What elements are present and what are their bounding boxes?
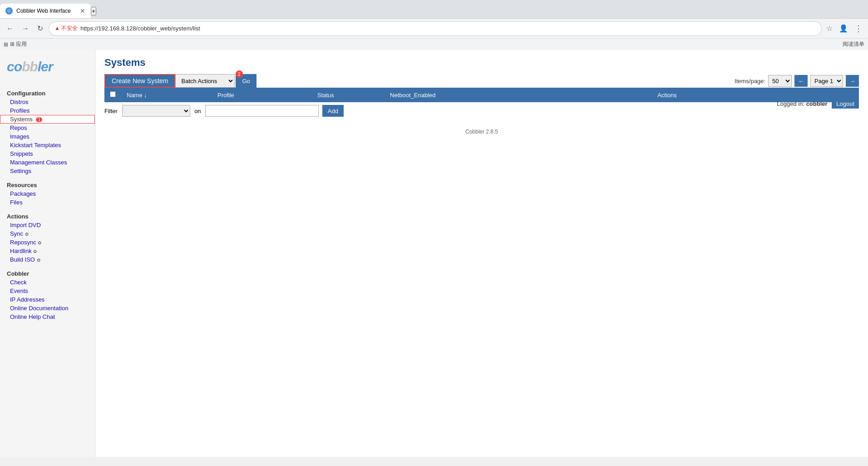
- sidebar-item-import-dvd[interactable]: Import DVD: [0, 221, 95, 229]
- sidebar-item-hardlink[interactable]: Hardlink ✿: [0, 247, 95, 255]
- filter-add-button[interactable]: Add: [322, 105, 344, 117]
- systems-badge: 1: [36, 117, 42, 122]
- apps-icon: ⊞: [4, 41, 8, 48]
- sidebar-item-repos[interactable]: Repos: [0, 124, 95, 132]
- reader-mode-btn[interactable]: 阅读清单: [843, 40, 864, 48]
- profile-column-header: Profile: [212, 88, 312, 102]
- filter-on-label: on: [192, 108, 203, 114]
- url-display: https://192.168.8.128/cobbler_web/system…: [80, 25, 816, 32]
- items-per-page-label: Items/page:: [735, 78, 765, 84]
- page-content: cobbler Configuration Distros Profiles S…: [0, 50, 868, 457]
- items-per-page-control: Items/page: 10 25 50 100 ← Page 1 →: [735, 75, 859, 87]
- logged-in-username: cobbler: [806, 100, 828, 107]
- filter-value-input[interactable]: [205, 105, 319, 117]
- top-action-bar: Create New System 2 Batch Actions Delete…: [104, 74, 859, 88]
- hardlink-spin-icon: ✿: [33, 249, 37, 254]
- check-all-col: [104, 88, 121, 102]
- version-text: Cobbler 2.8.5: [465, 129, 498, 135]
- sidebar-item-check[interactable]: Check: [0, 278, 95, 287]
- reposync-spin-icon: ✿: [38, 240, 41, 245]
- filter-cell: Filter Name Profile Status Netboot_Enabl…: [104, 102, 859, 119]
- tab-title: Cobbler Web Interface: [16, 8, 76, 14]
- sidebar-item-images[interactable]: Images: [0, 132, 95, 141]
- sidebar-item-online-documentation[interactable]: Online Documentation: [0, 304, 95, 312]
- sync-spin-icon: ✿: [25, 232, 29, 237]
- sidebar: cobbler Configuration Distros Profiles S…: [0, 50, 95, 457]
- netboot-column-header: Netboot_Enabled: [385, 88, 475, 102]
- logged-in-label: Logged in:: [777, 100, 804, 107]
- name-column-header[interactable]: Name ↓: [121, 88, 212, 102]
- sidebar-item-profiles[interactable]: Profiles: [0, 106, 95, 115]
- filter-row: Filter Name Profile Status Netboot_Enabl…: [104, 102, 859, 119]
- reader-label: 阅读清单: [843, 41, 864, 47]
- sidebar-item-snippets[interactable]: Snippets: [0, 149, 95, 158]
- main-content: Systems Create New System 2 Batch Action…: [95, 50, 868, 457]
- menu-icon[interactable]: ⋮: [853, 24, 864, 34]
- sidebar-logo: cobbler: [0, 55, 95, 84]
- filter-field-select[interactable]: Name Profile Status Netboot_Enabled: [122, 105, 190, 117]
- sidebar-item-packages[interactable]: Packages: [0, 189, 95, 198]
- apps-label: ⊞ 应用: [10, 40, 27, 48]
- check-all-checkbox[interactable]: [110, 91, 116, 97]
- star-icon[interactable]: ☆: [824, 24, 834, 33]
- sidebar-item-distros[interactable]: Distros: [0, 98, 95, 106]
- systems-table: Name ↓ Profile Status Netboot_Enabled Ac…: [104, 88, 859, 119]
- page-select[interactable]: Page 1: [810, 75, 843, 87]
- batch-actions-select[interactable]: Batch Actions Delete Enable Netboot Disa…: [175, 74, 235, 88]
- active-tab[interactable]: C Cobbler Web Interface ✕: [0, 4, 91, 18]
- sidebar-item-sync[interactable]: Sync ✿: [0, 229, 95, 238]
- sidebar-item-build-iso[interactable]: Build ISO ✿: [0, 255, 95, 264]
- filter-label: Filter: [104, 108, 120, 114]
- sidebar-item-settings[interactable]: Settings: [0, 167, 95, 175]
- forward-btn[interactable]: →: [19, 23, 32, 35]
- items-per-page-select[interactable]: 10 25 50 100: [768, 75, 792, 87]
- create-new-system-button[interactable]: Create New System: [104, 74, 175, 88]
- prev-page-button[interactable]: ←: [794, 75, 808, 87]
- table-header-row: Name ↓ Profile Status Netboot_Enabled Ac…: [104, 88, 859, 102]
- sidebar-item-reposync[interactable]: Reposync ✿: [0, 238, 95, 247]
- batch-badge: 2: [236, 70, 243, 78]
- address-bar[interactable]: ▲ 不安全 https://192.168.8.128/cobbler_web/…: [49, 21, 822, 36]
- cobbler-section-title: Cobbler: [0, 268, 95, 278]
- batch-actions-wrap: 2 Batch Actions Delete Enable Netboot Di…: [175, 74, 256, 88]
- actions-section-title: Actions: [0, 210, 95, 221]
- resources-section-title: Resources: [0, 179, 95, 189]
- sidebar-item-management-classes[interactable]: Management Classes: [0, 158, 95, 167]
- sidebar-item-files[interactable]: Files: [0, 198, 95, 207]
- page-title: Systems: [104, 57, 859, 69]
- version-footer: Cobbler 2.8.5: [104, 119, 859, 139]
- browser-chrome: C Cobbler Web Interface ✕ + ← → ↻ ▲ 不安全 …: [0, 0, 868, 50]
- reload-btn[interactable]: ↻: [35, 22, 46, 35]
- sidebar-item-systems[interactable]: Systems 1: [0, 115, 95, 124]
- configuration-section-title: Configuration: [0, 87, 95, 98]
- tab-close-btn[interactable]: ✕: [80, 7, 85, 15]
- build-iso-spin-icon: ✿: [37, 258, 40, 263]
- logout-button[interactable]: Logout: [832, 99, 859, 109]
- sidebar-item-events[interactable]: Events: [0, 287, 95, 295]
- security-warning: ▲ 不安全: [54, 25, 78, 32]
- profile-icon[interactable]: 👤: [837, 24, 850, 33]
- browser-toolbar: ⊞ ⊞ 应用 阅读清单: [0, 38, 868, 50]
- browser-nav: ← → ↻ ▲ 不安全 https://192.168.8.128/cobble…: [0, 18, 868, 38]
- status-column-header: Status: [312, 88, 385, 102]
- logo: cobbler: [7, 59, 88, 74]
- tab-favicon: C: [5, 7, 13, 15]
- sidebar-item-ip-addresses[interactable]: IP Addresses: [0, 295, 95, 304]
- next-page-button[interactable]: →: [846, 75, 859, 87]
- tab-bar: C Cobbler Web Interface ✕ +: [0, 0, 868, 18]
- apps-button[interactable]: ⊞ ⊞ 应用: [4, 40, 27, 48]
- back-btn[interactable]: ←: [4, 23, 16, 35]
- logged-in-bar: Logged in: cobbler Logout: [777, 99, 859, 109]
- sidebar-item-kickstart-templates[interactable]: Kickstart Templates: [0, 141, 95, 149]
- new-tab-btn[interactable]: +: [91, 7, 96, 15]
- sidebar-item-online-help-chat[interactable]: Online Help Chat: [0, 312, 95, 321]
